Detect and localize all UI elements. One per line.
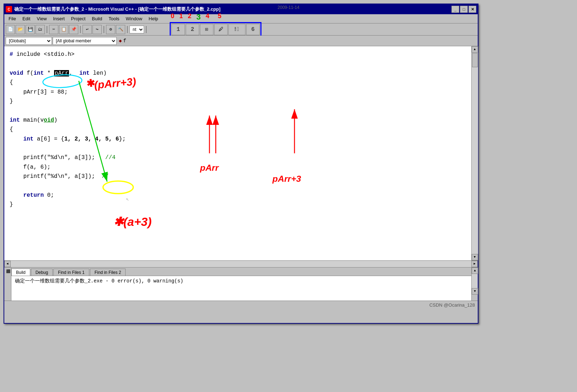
separator-4 [127, 26, 128, 33]
close-button[interactable]: ✕ [469, 6, 476, 13]
minimize-button[interactable]: _ [451, 6, 459, 13]
new-button[interactable]: 📄 [6, 25, 15, 34]
num-5: 5 [218, 12, 221, 22]
window-title: 确定一个一维数组需要几个参数_2 - Microsoft Visual C++ … [14, 6, 221, 12]
tab-build[interactable]: Build [11, 269, 30, 276]
watermark: CSDN @Ocarina_128 [429, 302, 475, 308]
save-all-button[interactable]: 🗂 [36, 25, 45, 34]
output-tabs: Build Debug Find in Files 1 Find in File… [11, 267, 471, 276]
scroll-track [472, 53, 478, 254]
menu-insert[interactable]: Insert [50, 15, 68, 22]
debug-btn-6[interactable]: 6 [246, 24, 260, 35]
save-button[interactable]: 💾 [26, 25, 35, 34]
separator-3 [104, 26, 104, 33]
func-name: f [123, 38, 126, 44]
code-line-13: f(a, 6); [10, 163, 466, 172]
output-scroll-down[interactable]: ▼ [472, 288, 478, 295]
num-0: 0 [171, 12, 174, 22]
output-scroll-track [472, 274, 478, 288]
code-line-7 [10, 106, 466, 115]
paste-button[interactable]: 📌 [69, 25, 78, 34]
code-line-3: void f(int * pArr, int len) [10, 69, 466, 78]
menu-build[interactable]: Build [89, 15, 105, 22]
globals-dropdown[interactable]: [Globals] [6, 37, 52, 45]
code-line-2 [10, 59, 466, 68]
scroll-up-button[interactable]: ▲ [472, 46, 478, 53]
code-line-10: int a[6] = {1, 2, 3, 4, 5, 6}; [10, 134, 466, 144]
code-line-4: { [10, 78, 466, 87]
horizontal-scrollbar[interactable]: ◄ ► [4, 260, 478, 267]
maximize-button[interactable]: □ [460, 6, 468, 13]
date-stamp: 2009-11-14 [277, 5, 299, 10]
tab-find-1[interactable]: Find in Files 1 [53, 269, 89, 276]
toolbar-row-1: 📄 📂 💾 🗂 ✂ 📋 📌 ↩ ↪ ⚙ 🔨 nt 0 1 2 3 4 5 [4, 23, 478, 36]
code-editor[interactable]: # include <stdio.h> void f(int * pArr, i… [4, 46, 471, 260]
code-line-15 [10, 181, 466, 190]
code-line-14: printf("%d\n", a[3]); // [10, 172, 466, 181]
vertical-scrollbar[interactable]: ▲ ▼ [471, 46, 478, 260]
code-line-8: int main(void) [10, 116, 466, 125]
code-line-1: # include <stdio.h> [10, 50, 466, 59]
btn4-icon: 🖊 [218, 27, 223, 32]
menu-window[interactable]: Window [123, 15, 145, 22]
num-4: 4 [206, 12, 209, 22]
output-scroll-up[interactable]: ▲ [472, 267, 478, 274]
code-line-5: pArr[3] = 88; [10, 88, 466, 97]
debug-btn-4[interactable]: 🖊 [214, 24, 228, 35]
btn3-icon: ⊞ [205, 26, 208, 32]
code-line-6: } [10, 97, 466, 106]
code-line-16: return 0; [10, 191, 466, 200]
top-numbers: 0 1 2 3 4 5 [171, 12, 221, 22]
separator-1 [47, 26, 47, 33]
scroll-track-h [11, 261, 471, 267]
output-message: 确定一个一维数组需要几个参数_2.exe - 0 error(s), 0 war… [15, 278, 183, 284]
title-bar-buttons: _ □ ✕ [451, 6, 476, 13]
output-panel: ⬛ Build Debug Find in Files 1 Find in Fi… [4, 267, 478, 301]
menu-project[interactable]: Project [68, 15, 88, 22]
copy-button[interactable]: 📋 [59, 25, 68, 34]
redo-button[interactable]: ↪ [92, 25, 102, 34]
menu-file[interactable]: File [6, 15, 19, 22]
debug-btn-3[interactable]: ⊞ [200, 24, 213, 35]
output-scrollbar[interactable]: ▲ ▼ [471, 267, 478, 301]
func-indicator-icon: ◆ [119, 38, 122, 44]
undo-button[interactable]: ↩ [83, 25, 92, 34]
title-bar: C 确定一个一维数组需要几个参数_2 - Microsoft Visual C+… [4, 4, 478, 14]
scroll-right-button[interactable]: ► [471, 261, 478, 267]
scroll-left-button[interactable]: ◄ [4, 261, 11, 267]
num-3-yellow: 3 [196, 12, 201, 22]
code-line-9: { [10, 125, 466, 134]
toolbar-row-2: [Globals] [All global member ◆ f [4, 36, 478, 46]
open-button[interactable]: 📂 [16, 25, 25, 34]
config-dropdown[interactable]: nt [129, 26, 144, 33]
build-button[interactable]: 🔨 [116, 25, 125, 34]
tab-debug[interactable]: Debug [31, 269, 53, 276]
output-icon-panel: ⬛ [4, 267, 11, 301]
scroll-down-button[interactable]: ▼ [472, 254, 478, 260]
num-1: 1 [179, 12, 183, 22]
code-content: # include <stdio.h> void f(int * pArr, i… [10, 50, 466, 210]
separator-5 [146, 26, 147, 33]
debug-btn-2[interactable]: 2 [186, 24, 199, 35]
menu-help[interactable]: Help [146, 15, 161, 22]
output-content: 确定一个一维数组需要几个参数_2.exe - 0 error(s), 0 war… [11, 276, 471, 301]
app-icon: C [6, 6, 12, 12]
num-2: 2 [188, 12, 191, 22]
svg-text:✱(a+3): ✱(a+3) [113, 215, 152, 228]
scroll-thumb[interactable] [472, 53, 478, 67]
members-dropdown[interactable]: [All global member [53, 37, 117, 45]
output-side-label: ⬛ [6, 269, 10, 273]
status-bar: CSDN @Ocarina_128 [4, 301, 478, 309]
debug-btn-1[interactable]: 1 [171, 24, 185, 35]
debug-btn-5[interactable]: !⃝ [228, 24, 245, 35]
cut-button[interactable]: ✂ [49, 25, 58, 34]
debug-toolbar-group: 0 1 2 3 4 5 1 2 ⊞ 🖊 !⃝ 6 [170, 22, 261, 37]
code-line-17: } [10, 200, 466, 209]
code-line-12: printf("%d\n", a[3]); //4 [10, 153, 466, 162]
menu-tools[interactable]: Tools [106, 15, 122, 22]
compile-button[interactable]: ⚙ [106, 25, 115, 34]
separator-2 [80, 26, 81, 33]
tab-find-2[interactable]: Find in Files 2 [90, 269, 126, 276]
menu-view[interactable]: View [34, 15, 49, 22]
menu-edit[interactable]: Edit [20, 15, 33, 22]
